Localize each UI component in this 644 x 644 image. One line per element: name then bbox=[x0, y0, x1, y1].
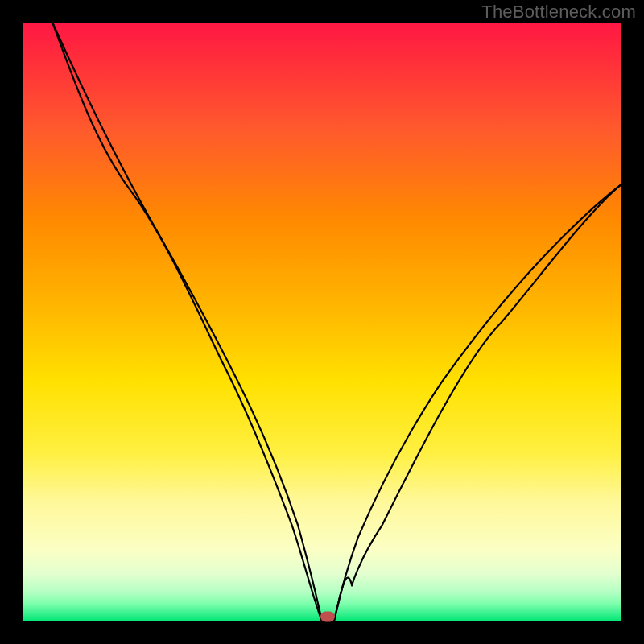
chart-svg bbox=[23, 23, 621, 621]
bottleneck-marker bbox=[320, 612, 335, 622]
watermark-text: TheBottleneck.com bbox=[481, 2, 636, 23]
gradient-background bbox=[23, 23, 621, 621]
chart-frame: TheBottleneck.com bbox=[0, 0, 644, 644]
plot-area bbox=[23, 23, 621, 621]
